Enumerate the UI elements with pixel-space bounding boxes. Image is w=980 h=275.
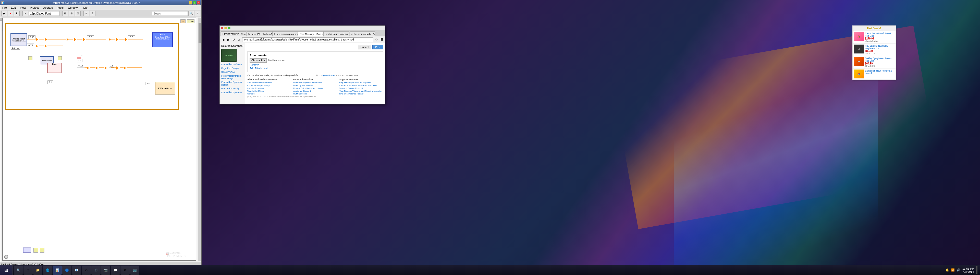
about-link-2[interactable]: Investor Relations [247, 87, 291, 89]
minimize-button[interactable]: ─ [189, 1, 192, 5]
support-link-3[interactable]: View Returns, Warranty and Repair Inform… [339, 90, 383, 92]
taskbar-edge[interactable]: 🌐 [43, 266, 52, 275]
toolbar-distribute[interactable]: ⊟ [68, 11, 74, 16]
taskbar-app8[interactable]: 🎵 [91, 266, 100, 275]
browser-tab-1[interactable]: M Inbox (3) - charliesk8s@... [247, 31, 272, 36]
toolbar-text[interactable]: A [22, 11, 28, 16]
taskbar-volume[interactable]: 🔊 [957, 269, 960, 272]
forward-button[interactable]: ▶ [226, 38, 231, 42]
browser-tab-0[interactable]: HERDESMLINE | News... [221, 31, 246, 36]
taskbar-chrome[interactable]: 🔵 [62, 266, 72, 275]
browser-tab-3[interactable]: New Message - Discussi... [298, 31, 324, 36]
menu-operate[interactable]: Operate [42, 6, 54, 9]
about-link-3[interactable]: Worldwide Offices [247, 90, 291, 92]
show-desktop-button[interactable] [977, 266, 977, 274]
url-bar[interactable] [242, 38, 373, 42]
support-link-4[interactable]: Find an NI Alliance Partner [339, 93, 383, 95]
menu-project[interactable]: Project [29, 6, 40, 9]
post-button[interactable]: Post [372, 45, 383, 49]
browser-tab-2[interactable]: to see running program... [272, 31, 298, 36]
toolbar-pause[interactable]: ⏸ [14, 11, 20, 16]
sidebar-link-4[interactable]: Embedded Systems Design [221, 81, 243, 86]
block-diagram[interactable]: 00000 □ Analog Input Thrust Mod.A AI... … [2, 17, 196, 261]
menu-file[interactable]: File [1, 6, 8, 9]
pwm-block[interactable]: PWM Duty Cycle RAD... ▶ Frequency RAD... [152, 32, 173, 47]
about-link-0[interactable]: About National Instruments [247, 82, 291, 84]
deal-name-3[interactable]: Sa Design How To Hook & Launch... [865, 70, 894, 74]
toolbar-help[interactable]: ? [90, 11, 95, 16]
search-button[interactable]: 🔍 [188, 11, 194, 16]
sidebar-link-3[interactable]: Fvld-Programmable Gate Arrays [221, 74, 243, 80]
order-link-3[interactable]: Academic Discount [293, 90, 337, 92]
pwm-to-servo-block[interactable]: PWM to Servo [155, 82, 175, 95]
search-input[interactable] [152, 11, 188, 16]
taskbar-network[interactable]: 📶 [951, 269, 955, 272]
browser-close[interactable] [221, 27, 223, 29]
remove-link[interactable]: Remove [250, 64, 381, 66]
refresh-button[interactable]: ↺ [231, 38, 236, 42]
choose-file-button[interactable]: Choose File [250, 58, 267, 63]
deal-name-1[interactable]: Ray Ban RB2132 New Wayfarers Cy... [865, 44, 894, 50]
toolbar-resize[interactable]: ⊠ [75, 11, 81, 16]
sidebar-link-2[interactable]: Xilinx FPGAs [221, 71, 243, 73]
about-link-1[interactable]: Corporate Responsibility [247, 84, 291, 87]
sidebar-link-0[interactable]: Embedded Software [221, 63, 243, 66]
support-link-1[interactable]: Contact a Technical Sales Representative [339, 84, 383, 87]
browser-menu-button[interactable]: ☰ [380, 38, 384, 42]
menu-view[interactable]: View [19, 6, 27, 9]
browser-tab-4[interactable]: part of forges task mana... [324, 31, 349, 36]
home-button[interactable]: ⌂ [237, 38, 242, 42]
add-attachment-link[interactable]: Add Attachment [250, 67, 381, 70]
deal-name-0[interactable]: Razor Rocket Mod Sweet Pea Mod [865, 32, 894, 37]
taskbar-app6[interactable]: 📧 [72, 266, 81, 275]
toolbar-abort[interactable]: ■ [8, 11, 13, 16]
ni-leader-link[interactable]: global leader [323, 74, 335, 76]
cancel-button[interactable]: Cancel [358, 45, 371, 49]
taskbar-file-explorer[interactable]: 📁 [33, 266, 42, 275]
back-button[interactable]: ◀ [221, 38, 225, 42]
menu-tools[interactable]: Tools [56, 6, 65, 9]
browser-tab-5[interactable]: in this moment wiki - Ser... [350, 31, 375, 36]
taskbar-app12[interactable]: 📺 [130, 266, 139, 275]
taskbar-app11[interactable]: 🖥 [121, 266, 130, 275]
error-label: Error [48, 63, 61, 65]
support-link-0[interactable]: Request Support from an Engineer [339, 82, 383, 84]
taskbar-clock[interactable]: 11:51 PM 4/8/2014 [963, 267, 974, 273]
taskbar-labview[interactable]: 📊 [52, 266, 62, 275]
close-button[interactable]: ✕ [197, 1, 200, 5]
v-scrollbar[interactable] [198, 17, 201, 261]
taskbar-app7[interactable]: ⚙ [82, 266, 91, 275]
analog-input-block[interactable]: Analog Input Thrust Mod.A AI... [11, 33, 27, 46]
v-scrollbar-thumb[interactable] [199, 23, 201, 43]
browser-maximize[interactable] [228, 27, 231, 29]
sidebar-link-5[interactable]: Embedded Design [221, 87, 243, 90]
deal-name-2[interactable]: Oakley Eyeglasses Bases Red Sun [865, 57, 894, 62]
menu-window[interactable]: Window [67, 6, 79, 9]
toolbar-run-arrow[interactable]: ▶ [1, 11, 7, 16]
order-link-0[interactable]: Order and Payment Information [293, 82, 337, 84]
no-file-text: No file chosen [268, 59, 284, 62]
diagram-canvas[interactable]: 00000 □ Analog Input Thrust Mod.A AI... … [3, 18, 196, 260]
toolbar-env[interactable]: E [83, 11, 89, 16]
order-link-2[interactable]: Review Order Status and History [293, 87, 337, 89]
order-link-4[interactable]: OEM Solutions [293, 93, 337, 95]
order-link-1[interactable]: Order by Part Number [293, 84, 337, 87]
support-link-2[interactable]: Submit a Service Request [339, 87, 383, 89]
font-selector[interactable] [29, 11, 59, 16]
about-link-4[interactable]: Careers [247, 93, 291, 95]
toolbar-align[interactable]: ⊞ [62, 11, 68, 16]
menu-help[interactable]: Help [81, 6, 89, 9]
browser-minimize[interactable] [224, 27, 227, 29]
menu-edit[interactable]: Edit [10, 6, 17, 9]
sidebar-link-1[interactable]: Fpga Pcb Design [221, 67, 243, 70]
maximize-button[interactable]: □ [192, 1, 196, 5]
toolbar-context-help[interactable]: ? [195, 11, 200, 16]
bookmark-button[interactable]: ☆ [374, 38, 379, 42]
taskbar-app10[interactable]: 💬 [111, 266, 120, 275]
start-button[interactable]: ⊞ [0, 265, 13, 275]
taskbar-notifications[interactable]: 🔔 [945, 269, 949, 272]
taskbar-app9[interactable]: 📷 [101, 266, 110, 275]
taskbar-search[interactable]: 🔍 [14, 266, 23, 275]
sidebar-link-6[interactable]: Embedded Systems [221, 91, 243, 94]
taskbar-task-view[interactable]: ⊟ [24, 266, 33, 275]
